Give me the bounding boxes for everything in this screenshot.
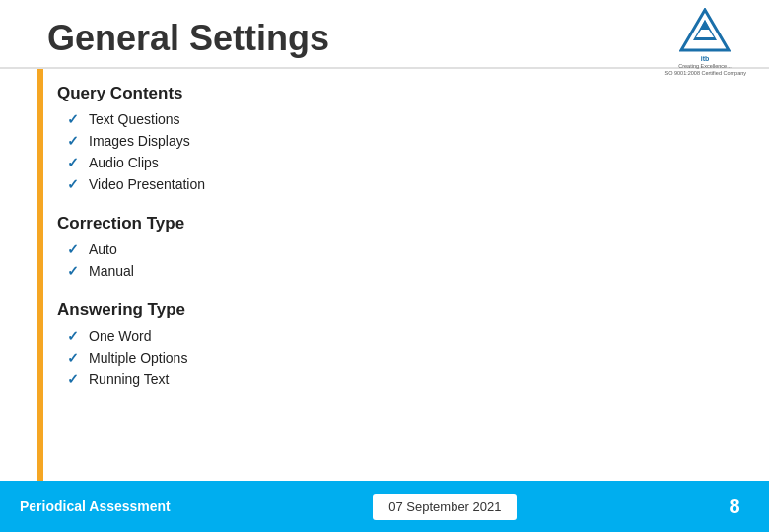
footer-page-number: 8 [720, 496, 749, 518]
check-icon: ✓ [67, 350, 79, 366]
check-icon: ✓ [67, 133, 79, 149]
list-item: ✓ Manual [57, 263, 749, 279]
content-area: Query Contents ✓ Text Questions ✓ Images… [57, 69, 749, 473]
list-item: ✓ Multiple Options [57, 350, 749, 366]
footer-date: 07 September 2021 [373, 494, 517, 520]
item-text: Multiple Options [89, 350, 187, 366]
header: General Settings [47, 18, 749, 59]
list-item: ✓ Video Presentation [57, 176, 749, 192]
check-icon: ✓ [67, 328, 79, 344]
item-text: One Word [89, 328, 152, 344]
logo-icon [679, 8, 731, 52]
list-item: ✓ One Word [57, 328, 749, 344]
item-text: Video Presentation [89, 176, 205, 192]
item-text: Manual [89, 263, 134, 279]
item-text: Auto [89, 241, 117, 257]
logo-text: itb [701, 54, 710, 63]
page-title: General Settings [47, 18, 329, 59]
check-icon: ✓ [67, 111, 79, 127]
section-title-answering-type: Answering Type [57, 300, 749, 320]
list-item: ✓ Running Text [57, 371, 749, 387]
list-item: ✓ Audio Clips [57, 155, 749, 170]
logo-area: itb Creating Excellence...ISO 9001:2008 … [661, 10, 749, 74]
check-icon: ✓ [67, 176, 79, 192]
check-icon: ✓ [67, 371, 79, 387]
list-item: ✓ Text Questions [57, 111, 749, 127]
section-correction-type: Correction Type ✓ Auto ✓ Manual [57, 214, 749, 279]
footer: Periodical Assessment 07 September 2021 … [0, 481, 769, 532]
section-title-query-contents: Query Contents [57, 84, 749, 103]
item-text: Images Displays [89, 133, 190, 149]
left-accent-bar [37, 69, 43, 493]
slide-container: General Settings itb Creating Excellence… [0, 0, 769, 532]
footer-label: Periodical Assessment [20, 499, 171, 514]
item-text: Audio Clips [89, 155, 159, 170]
section-query-contents: Query Contents ✓ Text Questions ✓ Images… [57, 84, 749, 192]
svg-marker-4 [700, 20, 710, 30]
section-answering-type: Answering Type ✓ One Word ✓ Multiple Opt… [57, 300, 749, 387]
item-text: Text Questions [89, 111, 180, 127]
list-item: ✓ Images Displays [57, 133, 749, 149]
list-item: ✓ Auto [57, 241, 749, 257]
item-text: Running Text [89, 371, 169, 387]
section-title-correction-type: Correction Type [57, 214, 749, 233]
check-icon: ✓ [67, 155, 79, 170]
check-icon: ✓ [67, 241, 79, 257]
check-icon: ✓ [67, 263, 79, 279]
